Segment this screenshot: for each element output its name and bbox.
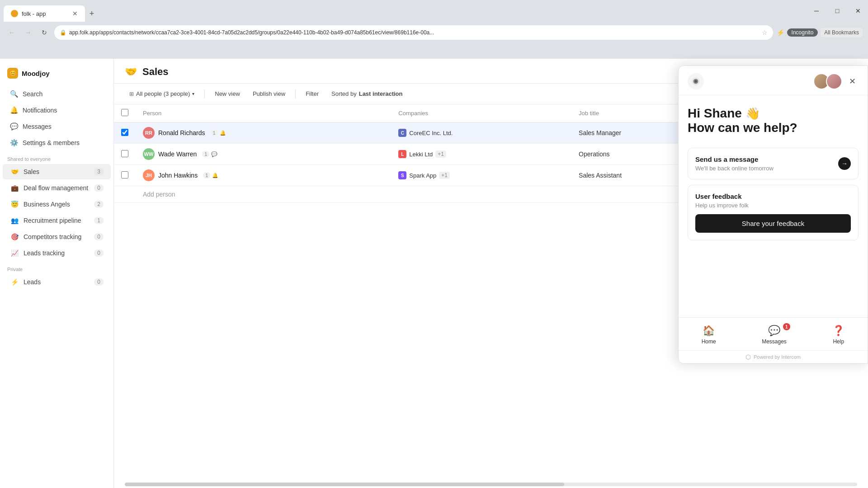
sidebar-brand: 😊 Moodjoy (0, 64, 113, 86)
person-cell: JH John Hawkins 1 🔔 (143, 169, 384, 181)
bookmark-star-icon[interactable]: ☆ (762, 29, 768, 36)
maximize-button[interactable]: □ (827, 4, 847, 18)
intercom-logo (688, 73, 704, 89)
forward-button[interactable]: → (22, 26, 34, 39)
sales-label: Sales (24, 168, 90, 175)
wave-emoji: 👋 (745, 107, 760, 121)
sales-icon: 🤝 (10, 167, 19, 176)
person-name: John Hawkins (158, 172, 198, 179)
select-all-checkbox[interactable] (121, 109, 128, 116)
add-person-label[interactable]: Add person (143, 191, 175, 198)
sidebar-item-deal-flow[interactable]: 💼 Deal flow management 0 (3, 180, 111, 196)
competitors-icon: 🎯 (10, 232, 19, 241)
row-checkbox[interactable] (121, 129, 128, 136)
footer-messages-label: Messages (762, 338, 787, 345)
sidebar-item-settings[interactable]: ⚙️ Settings & members (3, 135, 111, 150)
company-badge: C (398, 129, 406, 137)
chat-icon: 💬 (211, 151, 217, 157)
browser-tab-folk[interactable]: folk - app ✕ (4, 5, 85, 22)
row-checkbox[interactable] (121, 150, 128, 157)
messages-badge: 1 (783, 323, 790, 330)
greeting-hi-text: Hi Shane (688, 106, 742, 121)
new-view-label: New view (215, 90, 240, 97)
sales-count: 3 (94, 168, 104, 175)
sidebar-item-messages[interactable]: 💬 Messages (3, 119, 111, 134)
sidebar-item-leads-tracking[interactable]: 📈 Leads tracking 0 (3, 245, 111, 261)
scrollbar-thumb (125, 483, 564, 486)
intercom-close-button[interactable]: ✕ (846, 75, 859, 88)
sidebar-item-recruitment[interactable]: 👥 Recruitment pipeline 1 (3, 213, 111, 228)
back-button[interactable]: ← (5, 26, 18, 39)
browser-tabs: folk - app ✕ + (0, 0, 99, 22)
page-title: Sales (142, 66, 169, 78)
person-cell: WW Wade Warren 1 💬 (143, 148, 384, 160)
footer-home-label: Home (702, 338, 716, 345)
footer-tab-home[interactable]: 🏠 Home (693, 323, 725, 347)
minimize-button[interactable]: ─ (807, 4, 826, 18)
sort-button[interactable]: Sorted by Last interaction (327, 88, 407, 99)
filter-button[interactable]: Filter (301, 88, 323, 99)
bookmarks-label[interactable]: All Bookmarks (821, 28, 863, 37)
sorted-by-label: Sorted by (331, 90, 357, 97)
publish-view-label: Publish view (253, 90, 285, 97)
sidebar-item-leads[interactable]: ⚡ Leads 0 (3, 274, 111, 290)
settings-icon: ⚙️ (10, 139, 18, 147)
all-people-button[interactable]: ⊞ All people (3 people) ▾ (125, 88, 199, 99)
footer-tab-help[interactable]: ❓ Help (823, 323, 854, 347)
intercom-powered-icon: ⬡ (745, 353, 751, 361)
sidebar-item-search[interactable]: 🔍 Search (3, 86, 111, 102)
intercom-greeting: Hi Shane 👋 How can we help? (688, 106, 859, 135)
reload-button[interactable]: ↻ (38, 26, 51, 39)
person-cell: RR Ronald Richards 1 🔔 (143, 127, 384, 139)
share-feedback-button[interactable]: Share your feedback (695, 214, 851, 233)
intercom-body: Hi Shane 👋 How can we help? Send us a me… (679, 95, 868, 317)
new-view-button[interactable]: New view (210, 88, 245, 99)
company-cell: C CoreEC Inc. Ltd. (398, 129, 564, 137)
close-button[interactable]: ✕ (848, 4, 868, 18)
company-name: Lekki Ltd (409, 151, 433, 158)
business-angels-icon: 😇 (10, 200, 19, 209)
company-badge: L (398, 150, 406, 158)
deal-flow-label: Deal flow management (24, 184, 90, 192)
chevron-down-icon: ▾ (192, 91, 194, 96)
horizontal-scrollbar[interactable] (125, 483, 857, 486)
person-actions: 1 💬 (202, 151, 217, 157)
badge-count: 1 (203, 172, 210, 178)
extensions-icon[interactable]: ⚡ (777, 29, 784, 36)
sidebar-item-notifications[interactable]: 🔔 Notifications (3, 103, 111, 118)
svg-point-2 (694, 80, 697, 83)
bell-icon: 🔔 (212, 173, 218, 178)
notifications-icon: 🔔 (10, 106, 18, 114)
sidebar-notifications-label: Notifications (23, 107, 104, 114)
publish-view-button[interactable]: Publish view (248, 88, 290, 99)
brand-icon: 😊 (7, 68, 18, 79)
leads-tracking-icon: 📈 (10, 249, 19, 258)
sidebar: 😊 Moodjoy 🔍 Search 🔔 Notifications 💬 Mes… (0, 59, 114, 488)
avatar-2 (826, 73, 842, 89)
sidebar-item-competitors[interactable]: 🎯 Competitors tracking 0 (3, 229, 111, 244)
toolbar-separator-2 (295, 89, 296, 99)
new-tab-button[interactable]: + (85, 5, 99, 22)
window-controls: ─ □ ✕ (807, 4, 868, 18)
company-extra: +1 (435, 150, 446, 158)
col-companies: Companies (391, 104, 571, 122)
tab-close-button[interactable]: ✕ (72, 10, 78, 17)
private-section-label: Private (0, 261, 113, 274)
send-message-card[interactable]: Send us a message We'll be back online t… (688, 148, 859, 179)
filter-label: Filter (306, 90, 319, 97)
sidebar-item-sales[interactable]: 🤝 Sales 3 (3, 164, 111, 179)
business-angels-count: 2 (94, 201, 104, 208)
deal-flow-icon: 💼 (10, 183, 19, 192)
browser-right-controls: ⚡ Incognito All Bookmarks (777, 28, 863, 37)
browser-controls: ← → ↻ 🔒 app.folk.app/apps/contacts/netwo… (0, 22, 868, 43)
address-bar[interactable]: 🔒 app.folk.app/apps/contacts/network/cca… (54, 25, 773, 40)
row-checkbox[interactable] (121, 171, 128, 178)
shared-section-label: Shared to everyone (0, 151, 113, 164)
tab-favicon (11, 10, 18, 17)
sidebar-item-business-angels[interactable]: 😇 Business Angels 2 (3, 197, 111, 212)
footer-tab-messages[interactable]: 💬 1 Messages (753, 323, 796, 347)
person-name: Wade Warren (158, 150, 197, 158)
company-cell: S Spark App +1 (398, 171, 564, 179)
intercom-header: ✕ (679, 66, 868, 95)
intercom-footer: 🏠 Home 💬 1 Messages ❓ Help (679, 317, 868, 350)
